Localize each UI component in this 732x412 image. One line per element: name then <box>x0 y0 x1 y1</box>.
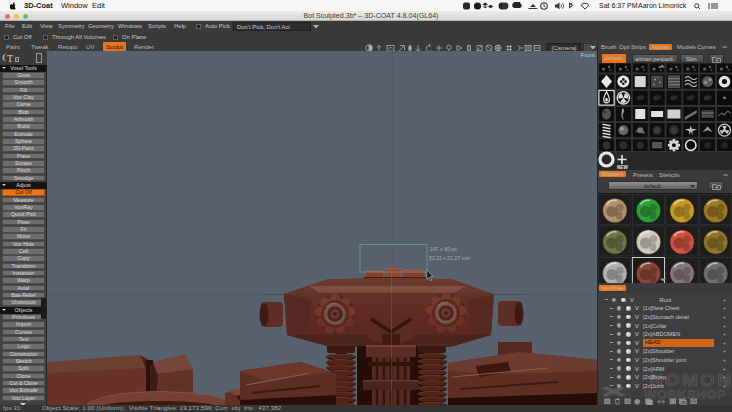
svg-text:52.11 x 21.27 mm: 52.11 x 21.27 mm <box>429 255 470 261</box>
svg-text:NEW: NEW <box>617 165 628 170</box>
svg-text:Front: Front <box>581 51 596 58</box>
svg-text:147 x 60 px: 147 x 60 px <box>430 246 457 252</box>
